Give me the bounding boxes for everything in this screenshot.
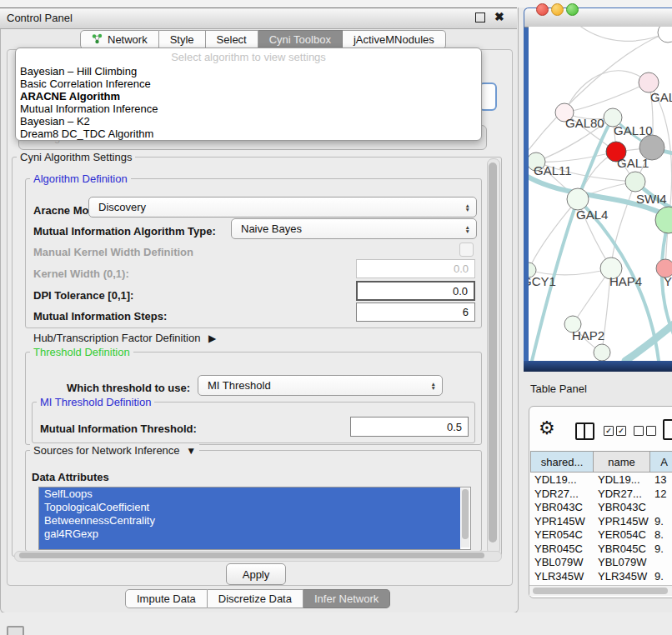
table-horizontal-scrollbar[interactable] xyxy=(529,585,672,596)
attribute-item[interactable]: BetweennessCentrality xyxy=(39,514,460,528)
table-header-row: shared...nameA xyxy=(530,451,672,472)
node-gal1[interactable] xyxy=(625,172,645,192)
algorithm-option[interactable]: ARACNE Algorithm xyxy=(16,90,481,102)
sources-group-title[interactable]: Sources for Network Inference ▼ xyxy=(30,444,199,457)
settings-vertical-scrollbar[interactable] xyxy=(487,158,500,555)
settings-horizontal-scrollbar[interactable] xyxy=(14,551,502,562)
columns-icon[interactable] xyxy=(575,422,594,440)
kernel-width-input[interactable]: 0.0 xyxy=(356,259,475,278)
screen: Control Panel ✖ NetworkStyleSelectCyni T… xyxy=(0,0,672,635)
table-cell: YER054C xyxy=(594,528,650,542)
algorithm-definition-title: Algorithm Definition xyxy=(30,172,131,185)
tab-impute-data[interactable]: Impute Data xyxy=(125,589,208,608)
expand-right-icon[interactable]: ▶ xyxy=(208,332,216,344)
table-row[interactable]: YBR043CYBR043C xyxy=(530,501,672,515)
table-row[interactable]: YLR345WYLR345W9. xyxy=(530,570,672,584)
table-cell: YDR27... xyxy=(530,488,594,502)
tab-infer-network[interactable]: Infer Network xyxy=(303,589,390,608)
table-row[interactable]: YBR045CYBR045C9. xyxy=(530,542,672,557)
expand-down-icon[interactable]: ▼ xyxy=(186,445,196,457)
algorithm-dropdown: Select algorithm to view settings Bayesi… xyxy=(15,48,482,141)
table-cell xyxy=(650,556,672,570)
table-cell xyxy=(650,501,672,515)
table-row[interactable]: YDL19...YDL19...13 xyxy=(530,473,672,488)
tab-cyni-toolbox[interactable]: Cyni Toolbox xyxy=(258,30,343,49)
network-window-bottom-frame xyxy=(524,361,672,372)
column-header[interactable]: A xyxy=(650,451,672,472)
attribute-item[interactable]: TopologicalCoefficient xyxy=(39,501,460,514)
mi-steps-input[interactable]: 6 xyxy=(356,302,475,322)
table-row[interactable]: YBL079WYBL079W xyxy=(530,556,672,570)
tab-jactivemnodules[interactable]: jActiveMNodules xyxy=(343,30,446,49)
attribute-item[interactable]: SelfLoops xyxy=(39,488,460,501)
minimized-panel-icon[interactable] xyxy=(7,626,24,635)
data-attributes-list[interactable]: SelfLoopsTopologicalCoefficientBetweenne… xyxy=(38,487,471,550)
file-export-icon[interactable] xyxy=(663,419,672,440)
tab-select[interactable]: Select xyxy=(206,30,258,49)
node-label: GAL11 xyxy=(534,163,572,178)
mi-type-combo[interactable]: Naive Bayes ▲▼ xyxy=(231,218,477,239)
tab-network[interactable]: Network xyxy=(80,30,159,49)
tab-label: Impute Data xyxy=(137,592,196,605)
mi-type-value: Naive Bayes xyxy=(241,222,302,235)
tab-label: Select xyxy=(217,33,247,46)
column-header[interactable]: name xyxy=(594,451,650,472)
data-attributes-items: SelfLoopsTopologicalCoefficientBetweenne… xyxy=(39,488,470,541)
manual-kernel-label: Manual Kernel Width Definition xyxy=(33,246,193,258)
close-icon[interactable]: ✖ xyxy=(494,11,504,22)
zoom-traffic-light-icon[interactable] xyxy=(566,3,579,16)
gear-icon[interactable]: ⚙ xyxy=(539,419,555,438)
table-cell: YBL079W xyxy=(594,556,650,570)
tab-label: Cyni Toolbox xyxy=(269,33,331,46)
minimize-traffic-light-icon[interactable] xyxy=(551,3,564,16)
table-cell: YLR345W xyxy=(594,570,650,584)
manual-kernel-checkbox[interactable] xyxy=(459,242,474,257)
attributes-scrollbar[interactable] xyxy=(461,488,469,548)
control-panel-bottom-tabbar: Impute DataDiscretize DataInfer Network xyxy=(125,589,390,608)
column-header[interactable]: shared... xyxy=(530,451,594,472)
node-label: SWI4 xyxy=(636,192,667,206)
tab-label: Discretize Data xyxy=(218,592,292,605)
table-cell: 13 xyxy=(650,473,672,488)
algorithm-option[interactable]: Dream8 DC_TDC Algorithm xyxy=(16,128,481,140)
table-cell: YER054C xyxy=(530,528,594,542)
tab-discretize-data[interactable]: Discretize Data xyxy=(208,589,303,608)
which-threshold-label: Which threshold to use: xyxy=(67,382,190,394)
algorithm-option[interactable]: Mutual Information Inference xyxy=(16,102,481,115)
table-cell: YDL19... xyxy=(530,473,594,488)
attribute-item[interactable]: gal4RGexp xyxy=(39,528,460,541)
table-cell: 9. xyxy=(650,515,672,529)
algorithm-option[interactable]: Bayesian – K2 xyxy=(16,115,481,128)
node[interactable] xyxy=(658,27,672,42)
table-cell: 9. xyxy=(650,542,672,557)
aracne-mode-combo[interactable]: Discovery ▲▼ xyxy=(88,197,477,218)
table-cell: YDR27... xyxy=(594,488,650,502)
which-threshold-combo[interactable]: MI Threshold ▲▼ xyxy=(198,375,443,396)
select-all-icon[interactable]: ✓✓ xyxy=(604,426,626,436)
table-row[interactable]: YPR145WYPR145W9. xyxy=(530,515,672,529)
tab-style[interactable]: Style xyxy=(159,30,206,49)
network-canvas[interactable]: GALGAL80GAL10GAL1GAL11GAL4SWI4GCY1HAP4YH… xyxy=(529,27,672,361)
table-cell: YBR043C xyxy=(530,501,594,515)
float-window-icon[interactable] xyxy=(475,12,485,22)
control-panel-title: Control Panel xyxy=(7,12,73,24)
table-cell: YPR145W xyxy=(530,515,594,529)
control-panel-titlebar[interactable] xyxy=(0,8,517,29)
tab-label: Style xyxy=(170,33,194,46)
close-traffic-light-icon[interactable] xyxy=(536,3,549,16)
hub-definition-toggle[interactable]: Hub/Transcription Factor Definition ▶ xyxy=(33,332,216,344)
apply-button[interactable]: Apply xyxy=(226,563,286,585)
table-row[interactable]: YER054CYER054C8. xyxy=(530,528,672,542)
algorithm-option[interactable]: Basic Correlation Inference xyxy=(16,78,481,90)
deselect-all-icon[interactable] xyxy=(634,426,656,436)
mi-threshold-input[interactable]: 0.5 xyxy=(350,417,469,437)
node[interactable] xyxy=(594,344,610,361)
stepper-icon: ▲▼ xyxy=(465,202,470,212)
table-row[interactable]: YDR27...YDR27...12 xyxy=(530,488,672,502)
table-cell: 9. xyxy=(650,570,672,584)
algorithm-option[interactable]: Bayesian – Hill Climbing xyxy=(16,65,481,78)
algorithm-dropdown-placeholder: Select algorithm to view settings xyxy=(16,51,481,65)
node-label: HAP4 xyxy=(609,274,642,288)
stepper-icon: ▲▼ xyxy=(465,224,470,233)
dpi-tolerance-input[interactable]: 0.0 xyxy=(356,281,475,301)
